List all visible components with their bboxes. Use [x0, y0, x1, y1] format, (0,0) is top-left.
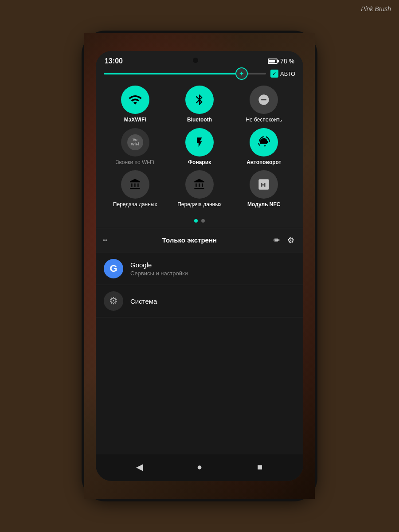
back-icon: ◀ [136, 462, 143, 472]
app-name-google: Google [130, 261, 188, 269]
app-item-google[interactable]: G Google Сервисы и настройки [96, 253, 303, 285]
app-list: G Google Сервисы и настройки ⚙ Система [96, 253, 303, 454]
status-bar: 13:00 78 % [96, 51, 303, 68]
qs-data1-icon [121, 170, 149, 199]
status-right-icons: 78 % [268, 58, 294, 65]
qs-data2-icon [185, 170, 214, 199]
app-item-system[interactable]: ⚙ Система [96, 285, 303, 317]
vowifi-text-icon: VoWiFi [127, 134, 143, 150]
qs-flashlight[interactable]: Фонарик [171, 128, 228, 166]
battery-icon [268, 59, 278, 64]
qs-dnd[interactable]: Не беспокоить [235, 86, 293, 124]
brightness-thumb: ✦ [235, 67, 248, 80]
app-icon-system: ⚙ [104, 291, 123, 311]
app-info-system: Система [130, 297, 157, 305]
battery-fill [269, 60, 274, 63]
bottom-bar-dots: •• [103, 237, 107, 244]
app-icon-google: G [104, 259, 123, 278]
home-icon: ● [197, 462, 202, 472]
dot-active [194, 219, 198, 223]
phone-screen: 13:00 78 % ✦ [96, 51, 303, 481]
app-sub-google: Сервисы и настройки [130, 270, 188, 277]
brightness-row[interactable]: ✦ ✓ АВТО [96, 68, 303, 82]
qs-vowifi[interactable]: VoWiFi Звонки по Wi-Fi [106, 128, 164, 166]
qs-row-1: MaXWiFi Bluetooth [103, 86, 296, 124]
app-name-system: Система [130, 297, 157, 305]
camera-notch [193, 58, 198, 63]
settings-icon[interactable]: ⚙ [286, 234, 296, 247]
nav-bar: ◀ ● ■ [96, 454, 303, 481]
qs-vowifi-icon: VoWiFi [121, 128, 149, 156]
phone-device: 13:00 78 % ✦ [84, 33, 315, 499]
app-info-google: Google Сервисы и настройки [130, 261, 188, 277]
qs-wifi[interactable]: MaXWiFi [106, 86, 164, 124]
qs-bluetooth-icon [185, 86, 214, 114]
qs-wifi-label: MaXWiFi [124, 117, 146, 124]
qs-bluetooth-label: Bluetooth [187, 117, 212, 124]
qs-data2-label: Передача данных [177, 201, 222, 208]
bottom-bar: •• Только экстренн ✏ ⚙ [96, 228, 303, 252]
watermark: Pink Brush [361, 5, 391, 12]
notification-panel: 13:00 78 % ✦ [96, 51, 303, 253]
qs-nfc[interactable]: Модуль NFC [235, 170, 293, 208]
battery-rect [268, 59, 278, 64]
auto-brightness-label: АВТО [280, 70, 295, 77]
dot-inactive [201, 219, 205, 223]
qs-wifi-icon [121, 86, 149, 114]
qs-vowifi-label: Звонки по Wi-Fi [116, 159, 154, 166]
qs-nfc-icon [250, 170, 278, 199]
brightness-slider[interactable]: ✦ [104, 73, 266, 74]
qs-nfc-label: Модуль NFC [247, 201, 280, 208]
qs-row-3: Передача данных Передача данных [103, 170, 296, 208]
edit-icon[interactable]: ✏ [272, 234, 282, 247]
pagination-dots [96, 219, 303, 223]
nav-home-button[interactable]: ● [190, 459, 209, 475]
status-time: 13:00 [105, 57, 123, 65]
nav-recents-button[interactable]: ■ [250, 459, 270, 475]
qs-dnd-label: Не беспокоить [246, 117, 282, 124]
qs-bluetooth[interactable]: Bluetooth [171, 86, 228, 124]
brightness-track [104, 73, 242, 74]
qs-autorotate[interactable]: Автоповорот [235, 128, 293, 166]
emergency-text: Только экстренн [111, 236, 268, 244]
battery-percent: 78 % [280, 58, 294, 65]
auto-checkbox-icon: ✓ [270, 70, 278, 78]
qs-data2[interactable]: Передача данных [171, 170, 228, 208]
quick-settings-grid: MaXWiFi Bluetooth [96, 82, 303, 215]
qs-autorotate-label: Автоповорот [246, 159, 281, 166]
qs-data1-label: Передача данных [113, 201, 157, 208]
brightness-sun-icon: ✦ [239, 70, 244, 77]
auto-brightness-toggle[interactable]: ✓ АВТО [270, 70, 295, 78]
qs-flashlight-icon [185, 128, 214, 156]
qs-flashlight-label: Фонарик [188, 159, 211, 166]
qs-autorotate-icon [250, 128, 278, 156]
qs-data1[interactable]: Передача данных [106, 170, 164, 208]
qs-dnd-icon [250, 86, 278, 114]
recents-icon: ■ [257, 462, 262, 472]
qs-row-2: VoWiFi Звонки по Wi-Fi Фонарик [103, 128, 296, 166]
nav-back-button[interactable]: ◀ [129, 459, 149, 475]
